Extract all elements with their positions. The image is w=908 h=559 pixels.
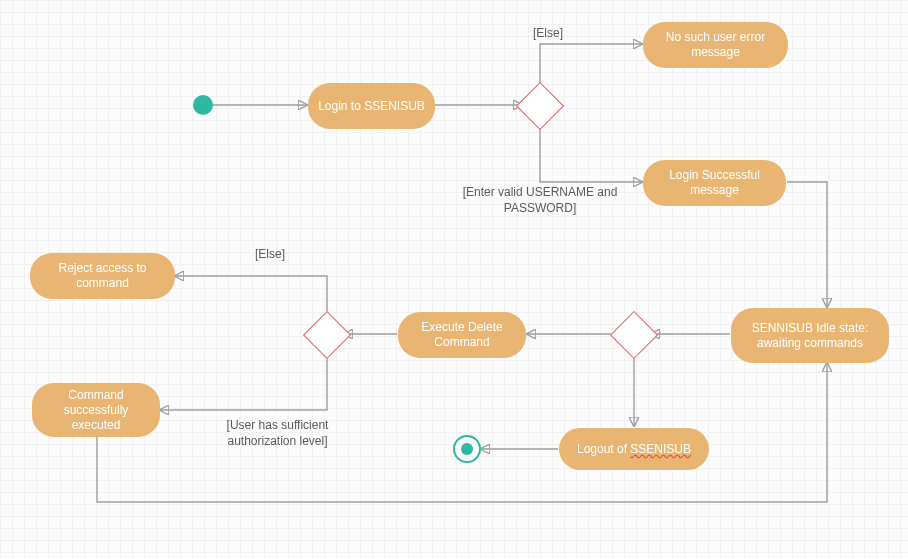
activity-no-user-error: No such user error message — [643, 22, 788, 68]
activity-reject-access: Reject access to command — [30, 253, 175, 299]
decision-command-or-logout — [610, 311, 658, 359]
activity-idle-state: SENNISUB Idle state: awaiting commands — [731, 308, 889, 363]
activity-label: No such user error message — [651, 30, 780, 60]
initial-node — [193, 95, 213, 115]
activity-label: Reject access to command — [38, 261, 167, 291]
final-node — [453, 435, 481, 463]
guard-else-2: [Else] — [245, 247, 295, 263]
decision-login-result — [516, 82, 564, 130]
activity-diagram-canvas: Login to SSENISUB No such user error mes… — [0, 0, 908, 559]
activity-label: Execute Delete Command — [406, 320, 518, 350]
guard-valid-credentials: [Enter valid USERNAME and PASSWORD] — [455, 185, 625, 216]
logout-label-prefix: Logout of — [577, 442, 630, 456]
logout-label-wavy: SSENISUB — [630, 442, 691, 456]
decision-authorization — [303, 311, 351, 359]
activity-label: Login to SSENISUB — [318, 99, 425, 114]
final-node-inner — [461, 443, 473, 455]
activity-label: Command successfully executed — [40, 388, 152, 433]
guard-else-1: [Else] — [523, 26, 573, 42]
activity-label: Login Successful message — [651, 168, 778, 198]
activity-label: SENNISUB Idle state: awaiting commands — [739, 321, 881, 351]
activity-label: Logout of SSENISUB — [577, 442, 691, 457]
activity-login: Login to SSENISUB — [308, 83, 435, 129]
activity-logout: Logout of SSENISUB — [559, 428, 709, 470]
guard-sufficient-auth: [User has sufficient authorization level… — [205, 418, 350, 449]
activity-command-executed: Command successfully executed — [32, 383, 160, 437]
activity-login-success: Login Successful message — [643, 160, 786, 206]
activity-execute-delete: Execute Delete Command — [398, 312, 526, 358]
